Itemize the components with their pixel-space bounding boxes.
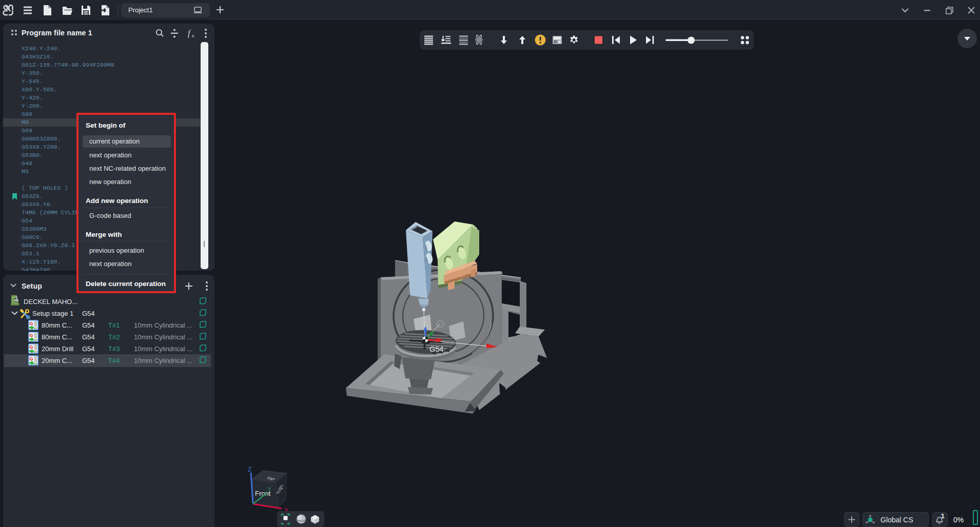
svg-text:Z: Z — [248, 466, 251, 473]
svg-text:Y: Y — [267, 486, 271, 493]
svg-text:f: f — [188, 29, 191, 38]
svg-text:G54: G54 — [429, 345, 443, 353]
svg-text:x: x — [192, 33, 194, 38]
svg-text:G: G — [29, 320, 33, 326]
